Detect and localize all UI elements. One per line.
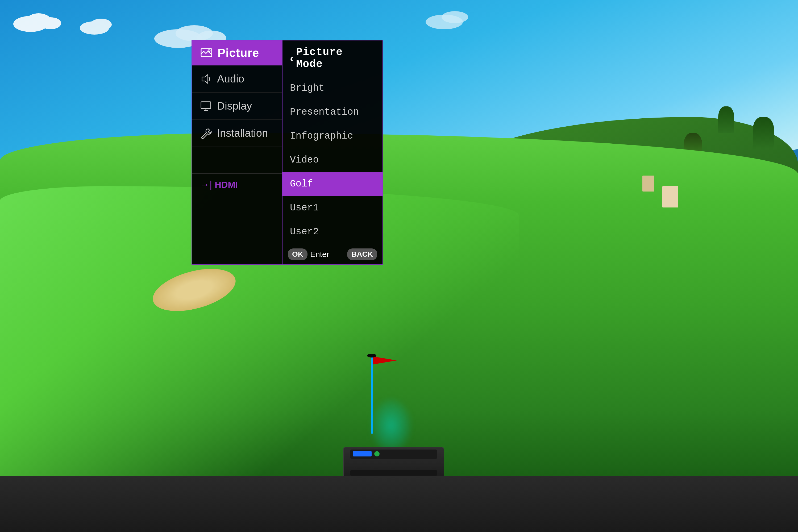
building-2 xyxy=(642,175,654,191)
sub-menu-footer: OK Enter BACK xyxy=(283,244,382,264)
tree-1 xyxy=(753,117,774,149)
menu-item-audio[interactable]: Audio xyxy=(192,65,282,93)
ok-button-group[interactable]: OK Enter xyxy=(288,248,329,260)
menu-item-installation-label: Installation xyxy=(217,127,268,139)
svg-rect-3 xyxy=(201,101,211,109)
sub-menu-item-infographic[interactable]: Infographic xyxy=(283,124,382,148)
menu-item-installation[interactable]: Installation xyxy=(192,120,282,147)
projector-bottom-panel xyxy=(350,470,437,476)
menu-item-display[interactable]: Display xyxy=(192,93,282,120)
background-scene xyxy=(0,0,798,532)
svg-marker-2 xyxy=(202,75,208,83)
sub-menu-item-user2[interactable]: User2 xyxy=(283,220,382,244)
sub-menu-header: ‹ Picture Mode xyxy=(283,40,382,76)
menu-footer: →| HDMI xyxy=(192,173,282,195)
back-badge[interactable]: BACK xyxy=(347,248,377,260)
menu-item-audio-label: Audio xyxy=(217,73,244,85)
projector-beam xyxy=(371,399,411,452)
menu-header-picture[interactable]: Picture xyxy=(192,40,282,65)
cloud-4 xyxy=(425,8,484,29)
sub-menu-panel: ‹ Picture Mode Bright Presentation Infog… xyxy=(282,40,383,265)
building-1 xyxy=(662,186,678,208)
menu-header-title: Picture xyxy=(217,46,259,60)
sub-menu-item-golf[interactable]: Golf xyxy=(283,172,382,196)
tree-2 xyxy=(718,107,734,133)
sub-menu-items-list: Bright Presentation Infographic Video Go… xyxy=(283,76,382,244)
main-menu-panel: Picture Audio Display Installation xyxy=(191,40,282,265)
ok-badge: OK xyxy=(288,248,307,260)
cloud-1 xyxy=(13,11,66,32)
picture-icon xyxy=(200,46,213,59)
menu-spacer xyxy=(192,147,282,168)
back-chevron-icon: ‹ xyxy=(290,52,293,64)
monitor-icon xyxy=(200,100,212,112)
sub-menu-item-presentation[interactable]: Presentation xyxy=(283,100,382,124)
sub-menu-item-user1[interactable]: User1 xyxy=(283,196,382,220)
menu-item-display-label: Display xyxy=(217,100,252,112)
input-label: HDMI xyxy=(215,179,238,190)
wrench-icon xyxy=(200,128,212,139)
input-icon: →| xyxy=(200,179,212,190)
golf-hole xyxy=(367,354,376,358)
projector-power-led xyxy=(374,451,380,456)
speaker-icon xyxy=(200,73,212,85)
svg-point-1 xyxy=(208,50,210,52)
sub-menu-item-bright[interactable]: Bright xyxy=(283,76,382,100)
osd-menu: Picture Audio Display Installation xyxy=(191,40,383,265)
projector-led xyxy=(353,451,372,456)
sub-menu-title: Picture Mode xyxy=(296,46,375,70)
projector-device xyxy=(343,447,444,479)
cloud-2 xyxy=(80,16,122,35)
enter-label: Enter xyxy=(310,250,329,259)
stage-floor xyxy=(0,476,798,532)
sub-menu-item-video[interactable]: Video xyxy=(283,148,382,172)
